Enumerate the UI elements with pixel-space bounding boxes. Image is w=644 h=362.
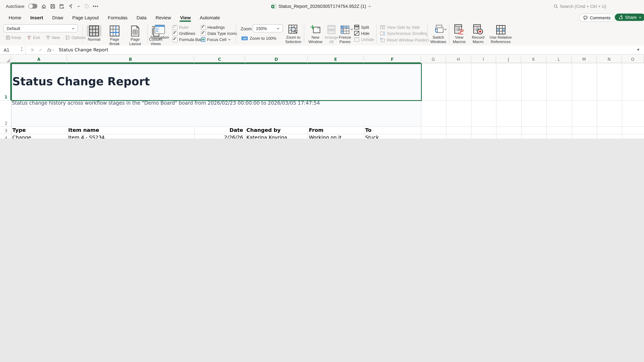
table-header-item-name[interactable]: Item name [68, 126, 192, 134]
undo-icon[interactable] [68, 3, 73, 9]
select-all-corner[interactable] [0, 55, 11, 63]
table-cell-item-4-ss234[interactable]: Item 4 - SS234 [68, 134, 192, 139]
macros-group: View MacrosRecord MacroUse Relative Refe… [451, 24, 512, 44]
insert-function-icon[interactable]: fx [47, 47, 51, 53]
navigation-button[interactable]: Navigation [150, 24, 170, 40]
ribbon-tab-formulas[interactable]: Formulas [103, 12, 132, 22]
row-header-3[interactable]: 3 [0, 126, 11, 134]
use-relative-references-button[interactable]: Use Relative References [489, 24, 513, 44]
confirm-entry-icon[interactable]: ✓ [39, 47, 43, 53]
split-button[interactable]: Split [354, 25, 374, 29]
zoom-to-100-button[interactable]: 100 Zoom to 100% [242, 36, 276, 41]
new-window-label: New Window [307, 35, 324, 44]
freeze-panes-chevron-icon [350, 28, 353, 30]
headings-checkbox[interactable]: Headings [201, 25, 237, 29]
comments-button[interactable]: Comments [579, 13, 615, 22]
row-header-2[interactable]: 2 [0, 100, 11, 126]
ribbon-tab-insert[interactable]: Insert [26, 12, 48, 22]
column-header-d[interactable]: D [245, 55, 308, 63]
share-button[interactable]: Share [615, 13, 644, 21]
view-macros-button[interactable]: View Macros [451, 24, 467, 44]
options-button: Options [66, 35, 86, 40]
save-as-icon[interactable] [59, 3, 64, 9]
zoom-to-selection-label: Zoom to Selection [282, 35, 304, 44]
formula-bar-checkbox[interactable]: Formula Bar [172, 37, 202, 42]
navigation-label: Navigation [150, 35, 169, 40]
doc-title-chevron-icon[interactable] [368, 5, 372, 7]
column-header-j[interactable]: J [496, 55, 521, 63]
hide-button[interactable]: Hide [354, 31, 374, 36]
table-header-type[interactable]: Type [12, 126, 66, 134]
excel-window: AutoSave ••• [0, 0, 644, 139]
column-header-o[interactable]: O [622, 55, 644, 63]
record-macro-button[interactable]: Record Macro [470, 24, 486, 44]
table-header-changed-by[interactable]: Changed by [246, 126, 306, 134]
ribbon-tab-row: HomeInsertDrawPage LayoutFormulasDataRev… [0, 12, 644, 22]
more-commands-icon[interactable]: ••• [92, 4, 98, 9]
data-type-icons-checkbox[interactable]: Data Type Icons [201, 31, 237, 36]
home-icon[interactable] [41, 3, 46, 9]
table-header-from[interactable]: From [309, 126, 362, 134]
zoom-to-selection-button[interactable]: Zoom to Selection [282, 24, 304, 44]
new-window-icon [310, 24, 321, 35]
new-icon [46, 35, 50, 40]
sheet-view-buttons: KeepExitNewOptions [6, 35, 86, 40]
row-header-4[interactable]: 4 [0, 134, 11, 139]
exit-icon [27, 35, 32, 40]
ribbon-tab-review[interactable]: Review [151, 12, 176, 22]
ruler-checkbox: Ruler [172, 25, 202, 29]
column-header-i[interactable]: I [471, 55, 496, 63]
ribbon-tab-home[interactable]: Home [4, 12, 26, 22]
freeze-panes-button[interactable]: ❄ Freeze Panes [337, 24, 353, 44]
autosave-toggle[interactable] [28, 4, 37, 9]
focus-cell-button[interactable]: Focus Cell [201, 37, 231, 42]
zoom-chevron-icon [276, 27, 280, 29]
ribbon-tab-view[interactable]: View [176, 12, 195, 22]
table-cell-working-on-it[interactable]: Working on it [309, 134, 362, 139]
recordmacro-icon [473, 24, 483, 35]
zoom-select[interactable]: 150% [253, 24, 283, 32]
name-box-spinner[interactable]: ▲▼ [20, 46, 23, 52]
column-header-n[interactable]: N [597, 55, 622, 63]
column-header-m[interactable]: M [572, 55, 597, 63]
table-cell-katerina-kovriga[interactable]: Katerina Kovriga [246, 134, 306, 139]
table-cell-2-26-26[interactable]: 2/26/26 [194, 134, 243, 139]
column-header-c[interactable]: C [194, 55, 245, 63]
cancel-entry-icon[interactable]: ✕ [30, 47, 34, 53]
table-cell-stuck[interactable]: Stuck [365, 134, 419, 139]
search-field[interactable]: Search (Cmd + Ctrl + U) [554, 0, 606, 12]
report-subtitle-cell[interactable]: Status change history across workflow st… [12, 100, 320, 106]
normal-view-icon [87, 25, 102, 36]
table-header-to[interactable]: To [365, 126, 419, 134]
keep-button: Keep [6, 35, 21, 40]
formula-bar-expand-button[interactable] [634, 46, 642, 53]
sheet-view-select[interactable]: Default [3, 24, 78, 32]
table-cell-change[interactable]: Change [12, 134, 66, 139]
share-chevron-icon [639, 16, 642, 18]
ribbon-tab-draw[interactable]: Draw [48, 12, 68, 22]
column-header-l[interactable]: L [546, 55, 572, 63]
gridlines-checkbox[interactable]: Gridlines [172, 31, 202, 36]
ribbon-tab-page-layout[interactable]: Page Layout [68, 12, 103, 22]
save-icon[interactable] [50, 3, 55, 9]
table-header-date[interactable]: Date [194, 126, 243, 134]
autosave-label: AutoSave [6, 4, 24, 9]
undo-menu-chevron-icon[interactable] [77, 5, 80, 7]
formula-content[interactable]: Status Change Report [59, 45, 108, 54]
switch-windows-button[interactable]: Switch Windows [428, 24, 448, 44]
row-header-1[interactable]: 1 [0, 63, 11, 100]
column-header-a[interactable]: A [11, 55, 67, 63]
sheet-view-value: Default [6, 26, 20, 31]
column-header-b[interactable]: B [67, 55, 194, 63]
ribbon-tab-automate[interactable]: Automate [195, 12, 224, 22]
column-header-e[interactable]: E [308, 55, 364, 63]
search-placeholder: Search (Cmd + Ctrl + U) [560, 4, 606, 9]
column-header-f[interactable]: F [364, 55, 421, 63]
ribbon-tab-data[interactable]: Data [132, 12, 151, 22]
formula-bar: A1 ▲▼ ✕ ✓ fx Status Change Report [0, 45, 644, 54]
column-header-h[interactable]: H [446, 55, 471, 63]
document-title[interactable]: Status_Report_20260305T174754.952Z (1) [278, 4, 366, 9]
column-header-k[interactable]: K [521, 55, 546, 63]
column-header-g[interactable]: G [421, 55, 446, 63]
new-window-button[interactable]: New Window [307, 24, 324, 44]
